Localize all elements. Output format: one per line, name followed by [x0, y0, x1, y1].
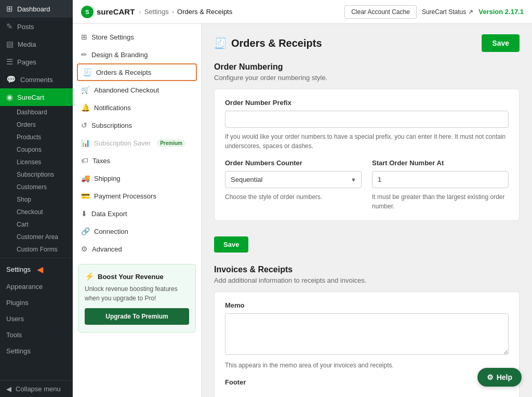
sidebar-item-shop[interactable]: Shop	[10, 193, 73, 206]
counter-select-wrap: Sequential Random ▼	[225, 171, 362, 188]
surecart-icon: ◉	[6, 92, 13, 102]
sidebar-item-custom-forms[interactable]: Custom Forms	[10, 243, 73, 256]
subscriptions-icon: ↺	[81, 121, 87, 129]
sidebar-item-cart[interactable]: Cart	[10, 218, 73, 231]
counter-start-grid: Order Numbers Counter Sequential Random …	[225, 159, 509, 211]
main-panel: 🧾 Orders & Receipts Save Order Numbering…	[202, 24, 532, 397]
sidebar-item-surecart[interactable]: ◉ SureCart	[0, 88, 73, 106]
sidebar-item-posts[interactable]: ✎ Posts	[0, 18, 73, 35]
sidebar-item-appearance[interactable]: Appearance	[0, 279, 73, 295]
save-button-order-numbering[interactable]: Save	[214, 236, 248, 253]
ps-subscription-saver[interactable]: 📊 Subscription Saver Premium	[73, 134, 201, 152]
panel-title: 🧾 Orders & Receipts	[214, 37, 322, 49]
subscription-saver-icon: 📊	[81, 139, 90, 147]
breadcrumb-current: Orders & Receipts	[177, 8, 232, 16]
order-numbering-card: Order Number Prefix If you would like yo…	[214, 89, 520, 221]
memo-hint: This appears in the memo area of your in…	[225, 361, 509, 370]
order-numbering-title: Order Numbering	[214, 62, 520, 72]
ps-notifications[interactable]: 🔔 Notifications	[73, 99, 201, 116]
sidebar-item-pages[interactable]: ☰ Pages	[0, 53, 73, 71]
ps-abandoned-checkout[interactable]: 🛒 Abandoned Checkout	[73, 81, 201, 99]
sidebar-item-orders[interactable]: Orders	[10, 118, 73, 131]
collapse-menu-button[interactable]: ◀ Collapse menu	[0, 380, 73, 397]
breadcrumb-sep2: ›	[172, 8, 174, 16]
store-settings-icon: ⊞	[81, 33, 87, 41]
panel-title-icon: 🧾	[214, 37, 227, 49]
sidebar-item-tools[interactable]: Tools	[0, 327, 73, 343]
ps-shipping[interactable]: 🚚 Shipping	[73, 169, 201, 187]
upgrade-to-premium-button[interactable]: Upgrade To Premium	[85, 308, 189, 325]
sidebar-item-comments[interactable]: 💬 Comments	[0, 71, 73, 88]
content-layout: ⊞ Store Settings ✏ Design & Branding 🧾 O…	[73, 24, 532, 397]
sidebar-item-plugins[interactable]: Plugins	[0, 295, 73, 311]
footer-label: Footer	[225, 378, 509, 386]
counter-label: Order Numbers Counter	[225, 159, 362, 167]
data-export-icon: ⬇	[81, 209, 87, 218]
comments-icon: 💬	[6, 75, 16, 84]
external-link-icon: ↗	[468, 8, 473, 16]
start-label: Start Order Number At	[372, 159, 509, 167]
logo-text: sureCART	[97, 7, 135, 16]
sidebar-item-coupons[interactable]: Coupons	[10, 143, 73, 156]
help-button[interactable]: ⚙ Help	[477, 368, 522, 387]
advanced-icon: ⚙	[81, 245, 88, 253]
panel-header: 🧾 Orders & Receipts Save	[214, 34, 520, 52]
wp-sidebar-section-settings: Settings ◀ Appearance Plugins Users Tool…	[0, 258, 73, 359]
ps-connection[interactable]: 🔗 Connection	[73, 222, 201, 240]
taxes-icon: 🏷	[81, 156, 88, 165]
ps-data-export[interactable]: ⬇ Data Export	[73, 205, 201, 222]
start-number-field-group: Start Order Number At It must be greater…	[372, 159, 509, 211]
sidebar-item-settings-wp[interactable]: Settings	[0, 343, 73, 359]
ps-taxes[interactable]: 🏷 Taxes	[73, 152, 201, 169]
media-icon: ▤	[6, 39, 14, 49]
counter-hint: Choose the style of order numbers.	[225, 192, 362, 202]
save-button-top[interactable]: Save	[482, 34, 520, 52]
wp-admin-sidebar: ⊞ Dashboard ✎ Posts ▤ Media ☰ Pages 💬 Co…	[0, 0, 73, 397]
boost-title: ⚡ Boost Your Revenue	[85, 272, 189, 281]
plugin-sidebar: ⊞ Store Settings ✏ Design & Branding 🧾 O…	[73, 24, 202, 397]
ps-advanced[interactable]: ⚙ Advanced	[73, 240, 201, 258]
sidebar-item-media[interactable]: ▤ Media	[0, 35, 73, 53]
orders-receipts-icon: 🧾	[83, 68, 92, 76]
memo-textarea[interactable]	[225, 313, 509, 355]
boost-description: Unlock revenue boosting features when yo…	[85, 284, 189, 303]
ps-subscriptions[interactable]: ↺ Subscriptions	[73, 116, 201, 134]
sidebar-item-customer-area[interactable]: Customer Area	[10, 231, 73, 243]
version-label: Version 2.17.1	[478, 8, 524, 16]
status-link[interactable]: SureCart Status ↗	[422, 8, 473, 16]
sidebar-item-checkout[interactable]: Checkout	[10, 206, 73, 218]
sidebar-item-settings[interactable]: Settings ◀	[0, 260, 73, 279]
ps-design-branding[interactable]: ✏ Design & Branding	[73, 46, 201, 63]
premium-badge: Premium	[157, 139, 185, 147]
surecart-submenu: Dashboard Orders Products Coupons Licens…	[0, 106, 73, 256]
breadcrumb-settings[interactable]: Settings	[144, 8, 169, 16]
boost-icon: ⚡	[85, 272, 95, 281]
boost-revenue-box: ⚡ Boost Your Revenue Unlock revenue boos…	[78, 264, 196, 333]
prefix-label: Order Number Prefix	[225, 99, 509, 107]
memo-field-group: Memo This appears in the memo area of yo…	[225, 301, 509, 370]
footer-field-group: Footer	[225, 378, 509, 386]
shipping-icon: 🚚	[81, 174, 90, 182]
breadcrumb-sep1: ›	[139, 8, 141, 16]
ps-orders-receipts[interactable]: 🧾 Orders & Receipts	[77, 63, 197, 81]
invoices-title: Invoices & Receipts	[214, 265, 520, 274]
topbar: S sureCART › Settings › Orders & Receipt…	[73, 0, 532, 24]
ps-store-settings[interactable]: ⊞ Store Settings	[73, 28, 201, 46]
clear-cache-button[interactable]: Clear Account Cache	[344, 5, 417, 19]
prefix-input[interactable]	[225, 111, 509, 128]
sidebar-item-products[interactable]: Products	[10, 131, 73, 143]
sidebar-item-subscriptions[interactable]: Subscriptions	[10, 168, 73, 181]
sidebar-item-licenses[interactable]: Licenses	[10, 156, 73, 168]
sidebar-item-dashboard[interactable]: ⊞ Dashboard	[0, 0, 73, 18]
sidebar-item-sc-dashboard[interactable]: Dashboard	[10, 106, 73, 118]
start-number-input[interactable]	[372, 171, 509, 188]
pages-icon: ☰	[6, 57, 13, 67]
ps-payment-processors[interactable]: 💳 Payment Processors	[73, 187, 201, 205]
notifications-icon: 🔔	[81, 103, 90, 112]
order-numbering-section: Order Numbering Configure your order num…	[214, 62, 520, 253]
memo-label: Memo	[225, 301, 509, 309]
sidebar-item-users[interactable]: Users	[0, 311, 73, 327]
sidebar-item-customers[interactable]: Customers	[10, 181, 73, 193]
order-numbering-desc: Configure your order numbering style.	[214, 74, 520, 82]
counter-select[interactable]: Sequential Random	[225, 171, 362, 188]
